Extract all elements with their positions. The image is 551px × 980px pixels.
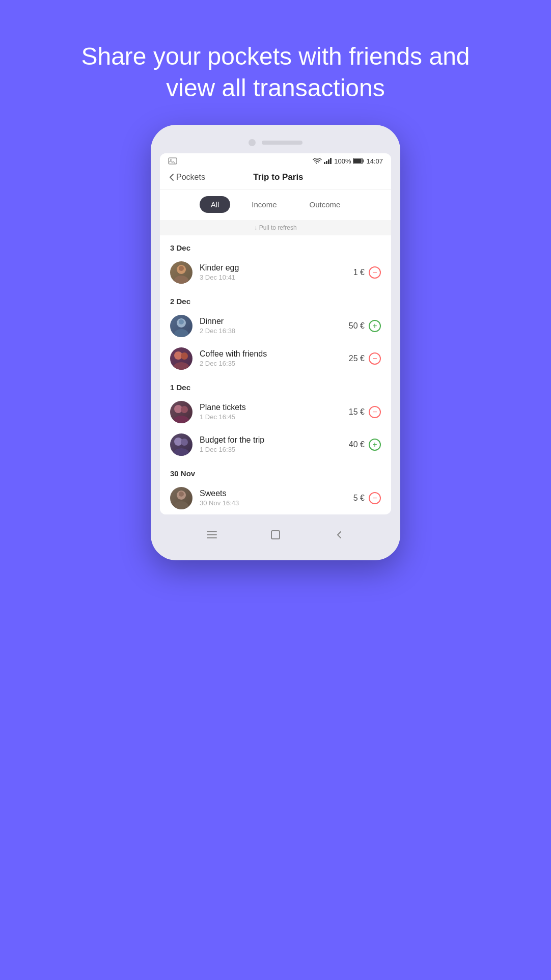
amount-value-coffee: 25 € <box>349 354 365 363</box>
plus-icon-dinner: + <box>369 320 381 332</box>
svg-rect-3 <box>326 161 327 164</box>
transaction-name-sweets: Sweets <box>200 489 346 498</box>
date-header-30nov: 30 Nov <box>160 461 391 482</box>
transaction-plane-tickets[interactable]: Plane tickets 1 Dec 16:45 15 € − <box>160 396 391 428</box>
wifi-icon <box>313 158 322 164</box>
transaction-budget-trip[interactable]: Budget for the trip 1 Dec 16:35 40 € + <box>160 428 391 461</box>
svg-point-1 <box>170 159 172 161</box>
avatar-budget-trip <box>170 433 192 456</box>
phone-frame: 100% 14:07 Pockets Trip to Paris All <box>151 125 400 560</box>
phone-speaker <box>262 141 302 145</box>
transaction-amount-dinner: 50 € + <box>349 320 381 332</box>
transaction-time-plane-tickets: 1 Dec 16:45 <box>200 413 342 421</box>
transaction-name-budget-trip: Budget for the trip <box>200 435 342 445</box>
transaction-amount-budget-trip: 40 € + <box>349 439 381 451</box>
svg-point-25 <box>174 501 188 509</box>
amount-value-sweets: 5 € <box>353 494 365 503</box>
phone-camera <box>249 139 256 146</box>
transaction-time-dinner: 2 Dec 16:38 <box>200 327 342 335</box>
back-chevron-icon <box>169 173 174 181</box>
avatar-plane-tickets <box>170 401 192 423</box>
home-nav-icon[interactable] <box>205 528 219 542</box>
nav-bar: Pockets Trip to Paris <box>160 167 391 190</box>
minus-icon-coffee: − <box>369 352 381 365</box>
status-bar: 100% 14:07 <box>160 153 391 167</box>
transaction-amount-sweets: 5 € − <box>353 492 381 504</box>
transaction-info-kinder-egg: Kinder egg 3 Dec 10:41 <box>200 263 346 281</box>
svg-point-22 <box>174 448 189 456</box>
amount-value-kinder-egg: 1 € <box>353 268 365 277</box>
amount-value-plane-tickets: 15 € <box>349 407 365 417</box>
pull-to-refresh: ↓ Pull to refresh <box>160 220 391 235</box>
battery-icon <box>353 158 364 164</box>
hero-text: Share your pockets with friends and view… <box>0 0 551 125</box>
svg-rect-5 <box>330 158 332 164</box>
minus-icon-plane-tickets: − <box>369 406 381 418</box>
svg-rect-2 <box>324 162 325 164</box>
back-nav-icon[interactable] <box>332 528 346 542</box>
time-text: 14:07 <box>366 157 383 165</box>
svg-rect-29 <box>271 531 280 539</box>
transaction-time-budget-trip: 1 Dec 16:35 <box>200 446 342 453</box>
back-button[interactable]: Pockets <box>169 173 205 182</box>
transaction-name-coffee: Coffee with friends <box>200 349 342 359</box>
tab-outcome[interactable]: Outcome <box>298 196 352 213</box>
transaction-name-plane-tickets: Plane tickets <box>200 403 342 412</box>
battery-text: 100% <box>334 157 351 165</box>
svg-point-13 <box>174 329 188 337</box>
tab-income[interactable]: Income <box>240 196 288 213</box>
svg-point-24 <box>179 492 184 497</box>
transaction-info-budget-trip: Budget for the trip 1 Dec 16:35 <box>200 435 342 453</box>
transaction-time-coffee: 2 Dec 16:35 <box>200 360 342 367</box>
phone-screen: 100% 14:07 Pockets Trip to Paris All <box>160 153 391 514</box>
signal-icon <box>324 158 332 164</box>
transaction-list: 3 Dec Kinder egg 3 Dec 10:41 1 € − 2 Dec <box>160 235 391 514</box>
tab-all[interactable]: All <box>200 196 231 213</box>
transaction-info-sweets: Sweets 30 Nov 16:43 <box>200 489 346 507</box>
transaction-amount-plane-tickets: 15 € − <box>349 406 381 418</box>
avatar-sweets <box>170 487 192 509</box>
svg-rect-7 <box>353 159 362 163</box>
status-left-icons <box>168 157 177 165</box>
phone-bottom-bar <box>160 520 391 546</box>
transaction-amount-coffee: 25 € − <box>349 352 381 365</box>
transaction-amount-kinder-egg: 1 € − <box>353 266 381 279</box>
avatar-coffee <box>170 347 192 370</box>
transaction-kinder-egg[interactable]: Kinder egg 3 Dec 10:41 1 € − <box>160 256 391 289</box>
transaction-dinner[interactable]: Dinner 2 Dec 16:38 50 € + <box>160 310 391 342</box>
avatar-kinder-egg <box>170 261 192 284</box>
transaction-time-kinder-egg: 3 Dec 10:41 <box>200 274 346 281</box>
phone-top-bar <box>160 139 391 146</box>
svg-point-16 <box>174 362 189 370</box>
transaction-sweets[interactable]: Sweets 30 Nov 16:43 5 € − <box>160 482 391 514</box>
amount-value-dinner: 50 € <box>349 321 365 331</box>
date-header-2dec: 2 Dec <box>160 289 391 310</box>
image-icon <box>168 157 177 165</box>
status-right-info: 100% 14:07 <box>313 157 383 165</box>
svg-rect-4 <box>328 159 329 164</box>
date-header-3dec: 3 Dec <box>160 235 391 256</box>
svg-point-18 <box>181 406 188 413</box>
minus-icon-sweets: − <box>369 492 381 504</box>
tabs-row: All Income Outcome <box>160 190 391 220</box>
amount-value-budget-trip: 40 € <box>349 440 365 449</box>
transaction-info-dinner: Dinner 2 Dec 16:38 <box>200 317 342 335</box>
transaction-info-plane-tickets: Plane tickets 1 Dec 16:45 <box>200 403 342 421</box>
svg-rect-0 <box>169 158 177 164</box>
transaction-name-dinner: Dinner <box>200 317 342 326</box>
square-nav-icon[interactable] <box>268 528 283 542</box>
svg-point-15 <box>181 352 188 360</box>
svg-point-12 <box>179 319 184 324</box>
svg-point-10 <box>174 276 188 284</box>
transaction-info-coffee: Coffee with friends 2 Dec 16:35 <box>200 349 342 367</box>
plus-icon-budget-trip: + <box>369 439 381 451</box>
date-header-1dec: 1 Dec <box>160 375 391 396</box>
svg-point-9 <box>179 266 184 271</box>
back-label: Pockets <box>176 173 205 182</box>
minus-icon-kinder-egg: − <box>369 266 381 279</box>
svg-point-21 <box>181 439 188 446</box>
transaction-coffee[interactable]: Coffee with friends 2 Dec 16:35 25 € − <box>160 342 391 375</box>
svg-point-19 <box>174 416 189 423</box>
screen-title: Trip to Paris <box>205 172 351 182</box>
avatar-dinner <box>170 315 192 337</box>
